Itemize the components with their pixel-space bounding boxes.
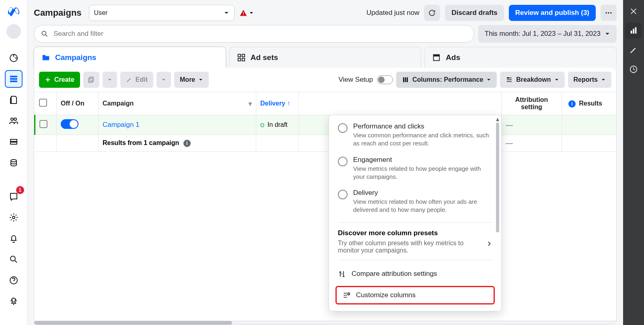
more-button[interactable]: More [174,72,209,88]
nav-stack-icon[interactable] [5,154,23,172]
search-filter-input[interactable] [34,25,474,43]
search-field[interactable] [53,30,467,38]
svg-rect-1 [10,78,17,80]
warning-icon [239,9,247,17]
info-icon: i [568,100,576,108]
charts-panel-icon[interactable] [625,23,642,39]
col-toggle[interactable]: Off / On [57,92,99,115]
customize-columns-link[interactable]: Customize columns [335,286,495,304]
scroll-thumb[interactable] [34,321,232,325]
col-hidden [299,92,502,115]
checkbox-icon [39,99,47,107]
svg-rect-23 [633,29,634,33]
account-selected-label: User [94,9,108,17]
nav-search-icon[interactable] [5,250,23,268]
row-toggle[interactable] [61,119,78,129]
svg-point-8 [610,12,611,13]
tab-ads[interactable]: Ads [424,47,617,68]
meta-logo [6,3,22,19]
sort-asc-icon: ↑ [287,100,290,107]
tab-adsets[interactable]: Ad sets [229,47,422,68]
grid-icon [237,53,246,62]
svg-rect-22 [631,31,632,33]
nav-audiences-icon[interactable] [5,112,23,130]
nav-help-icon[interactable] [5,271,23,289]
compare-attribution-link[interactable]: Compare attribution settings [329,264,501,284]
col-delivery[interactable]: Delivery ↑ [256,92,299,115]
date-range-label: This month: Jul 1, 2023 – Jul 31, 2023 [485,30,601,38]
chevron-down-icon [554,77,559,82]
search-icon [41,30,49,38]
account-warning[interactable] [239,9,254,17]
duplicate-button[interactable] [83,72,99,88]
col-campaign[interactable]: Campaign ▾ [99,92,256,115]
columns-button[interactable]: Columns: Performance [396,72,497,88]
edit-menu-button[interactable] [156,72,171,88]
refresh-button[interactable] [424,5,440,21]
close-panel-button[interactable] [625,3,642,19]
nav-bug-icon[interactable] [5,292,23,310]
preset-option-engagement[interactable]: Engagement View metrics related to how p… [329,152,501,185]
copy-icon [88,76,95,83]
discard-drafts-button[interactable]: Discard drafts [445,5,504,21]
reports-button[interactable]: Reports [568,72,611,88]
edit-panel-icon[interactable] [625,42,642,58]
svg-point-6 [606,12,607,13]
avatar[interactable] [6,24,21,39]
nav-inbox-icon[interactable]: 1 [5,188,23,205]
horizontal-scrollbar[interactable] [34,321,616,325]
chevron-down-icon: ▾ [249,100,252,108]
edit-button[interactable]: Edit [120,72,153,88]
campaigns-table: Off / On Campaign ▾ Delivery ↑ Attributi… [34,92,616,321]
breakdown-button[interactable]: Breakdown [500,72,564,88]
radio-icon [338,157,348,166]
popover-scrollbar[interactable]: ▴ [495,116,500,310]
tab-campaigns[interactable]: Campaigns [34,47,226,68]
col-checkbox[interactable] [35,92,57,115]
view-setup-toggle[interactable]: View Setup [339,75,393,84]
table-row[interactable]: Campaign 1 In draft u… — [35,115,617,135]
chevron-down-icon [224,10,229,16]
nav-settings-icon[interactable] [5,209,23,226]
svg-rect-12 [238,58,240,60]
svg-point-21 [348,293,350,295]
folder-icon [41,53,50,62]
svg-rect-10 [238,54,240,56]
chevron-down-icon [486,77,491,82]
table-toolbar: Create Edit More View Setup [34,68,616,92]
discover-presets-link[interactable]: Discover more column presets Try other c… [329,227,501,256]
radio-icon [338,190,348,199]
svg-rect-24 [635,27,637,34]
nav-ads-reporting-icon[interactable] [5,91,23,109]
info-icon[interactable]: i [183,140,191,147]
review-publish-button[interactable]: Review and publish (3) [509,5,596,21]
nav-billing-icon[interactable] [5,133,23,151]
inbox-badge: 1 [16,186,24,194]
col-attribution[interactable]: Attribution setting [502,92,562,115]
row-checkbox[interactable] [39,120,47,128]
svg-rect-19 [405,77,406,82]
scroll-up-icon: ▴ [495,116,500,122]
svg-point-3 [12,216,15,219]
nav-notifications-icon[interactable] [5,230,23,247]
switch-icon [377,75,393,84]
preset-option-performance-clicks[interactable]: Performance and clicks View common perfo… [329,118,501,152]
create-button[interactable]: Create [39,72,80,88]
updated-label: Updated just now [366,9,419,17]
nav-campaigns-icon[interactable] [5,70,23,88]
more-menu-button[interactable] [601,5,617,21]
chevron-right-icon [486,240,492,247]
nav-overview-icon[interactable] [5,49,23,67]
scroll-thumb[interactable] [496,122,499,232]
col-results[interactable]: i Results [562,92,617,115]
preset-option-delivery[interactable]: Delivery View metrics related to how oft… [329,185,501,218]
account-selector[interactable]: User [89,5,235,21]
right-rail [623,0,644,325]
svg-point-7 [608,12,609,13]
duplicate-menu-button[interactable] [103,72,117,88]
campaign-name-link[interactable]: Campaign 1 [103,121,140,128]
svg-rect-2 [10,81,17,82]
date-range-selector[interactable]: This month: Jul 1, 2023 – Jul 31, 2023 [478,25,617,43]
plus-icon [45,77,51,83]
history-panel-icon[interactable] [625,61,642,77]
